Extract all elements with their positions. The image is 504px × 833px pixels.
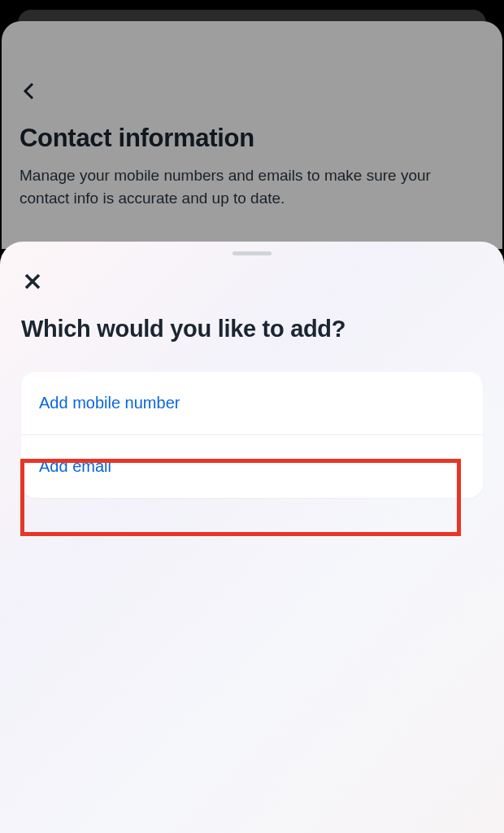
close-button[interactable] xyxy=(20,268,46,294)
dim-overlay xyxy=(2,21,502,249)
option-label: Add mobile number xyxy=(39,394,180,412)
close-icon xyxy=(23,272,42,291)
background-page: Contact information Manage your mobile n… xyxy=(2,21,502,249)
drag-handle[interactable] xyxy=(232,251,272,255)
bottom-sheet: Which would you like to add? Add mobile … xyxy=(0,242,504,833)
option-add-mobile-number[interactable]: Add mobile number xyxy=(21,372,483,435)
sheet-title: Which would you like to add? xyxy=(21,316,483,342)
option-add-email[interactable]: Add email xyxy=(21,435,483,498)
option-label: Add email xyxy=(39,457,111,475)
options-card: Add mobile number Add email xyxy=(21,372,483,498)
